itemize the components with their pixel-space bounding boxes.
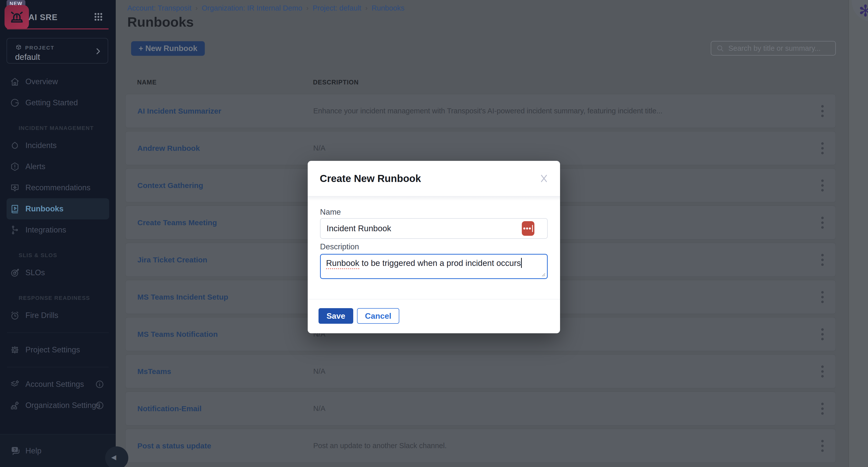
row-kebab-icon[interactable] <box>816 392 829 425</box>
alarm-clock-icon <box>9 310 20 321</box>
runbook-description: N/A <box>313 355 325 388</box>
chevron-right-icon <box>94 47 102 56</box>
sidebar-item-label: Runbooks <box>25 204 64 213</box>
breadcrumb-link-organization-ir-internal-demo[interactable]: Organization: IR Internal Demo <box>202 4 302 12</box>
breadcrumb-separator: › <box>365 4 368 12</box>
row-kebab-icon[interactable] <box>816 355 829 388</box>
breadcrumb-link-runbooks[interactable]: Runbooks <box>372 4 405 12</box>
sidebar-section-response-readiness: RESPONSE READINESS <box>0 283 116 305</box>
table-header: NAME DESCRIPTION <box>116 79 868 87</box>
search-icon <box>716 44 724 53</box>
runbook-description: Enhance your incident management with Tr… <box>313 94 662 128</box>
sidebar-item-label: SLOs <box>25 268 45 277</box>
info-icon[interactable] <box>95 400 105 410</box>
resize-handle-icon[interactable] <box>540 271 546 277</box>
progress-icon <box>9 98 20 108</box>
create-runbook-modal: Create New Runbook Name Description Runb… <box>308 161 560 333</box>
runbook-name-link[interactable]: Andrew Runbook <box>137 131 200 165</box>
scrollbar-gutter[interactable] <box>849 0 868 467</box>
description-textarea[interactable]: Runbook to be triggered when a prod inci… <box>320 254 548 279</box>
sidebar-item-account-settings[interactable]: Account Settings <box>0 374 116 395</box>
app-title: AI SRE <box>28 12 58 22</box>
row-kebab-icon[interactable] <box>816 280 829 314</box>
sidebar-item-label: Recommendations <box>25 183 90 192</box>
runbook-name-link[interactable]: MsTeams <box>137 355 171 388</box>
breadcrumb-link-project-default[interactable]: Project: default <box>312 4 361 12</box>
help-chat-icon: ? <box>10 445 21 457</box>
row-kebab-icon[interactable] <box>816 169 829 202</box>
runbook-name-link[interactable]: MS Teams Incident Setup <box>137 280 228 314</box>
modal-title: Create New Runbook <box>320 161 421 196</box>
sidebar-item-label: Organization Settings <box>25 401 100 410</box>
sidebar-item-project-settings[interactable]: Project Settings <box>0 339 116 360</box>
sidebar-item-label: Overview <box>25 77 58 86</box>
table-row-ai-incident-summarizer: AI Incident SummarizerEnhance your incid… <box>125 94 836 128</box>
sidebar-item-incidents[interactable]: Incidents <box>0 135 116 156</box>
page-title: Runbooks <box>127 14 194 30</box>
new-runbook-button[interactable]: + New Runbook <box>131 41 205 56</box>
table-row-andrew-runbook: Andrew RunbookN/A <box>125 131 836 165</box>
cancel-button[interactable]: Cancel <box>357 308 399 324</box>
breadcrumb-link-account-transposit[interactable]: Account: Transposit <box>127 4 191 12</box>
sidebar-section-slis-slos: SLIS & SLOS <box>0 240 116 262</box>
sidebar: NEW AI SRE PROJECT default <box>0 0 116 467</box>
save-button[interactable]: Save <box>318 308 353 324</box>
info-icon[interactable] <box>95 379 105 389</box>
sidebar-item-overview[interactable]: Overview <box>0 71 116 92</box>
sidebar-section-incident-management: INCIDENT MANAGEMENT <box>0 113 116 135</box>
apps-grid-icon[interactable] <box>93 11 104 23</box>
row-kebab-icon[interactable] <box>816 243 829 276</box>
integration-icon <box>9 225 20 235</box>
runbook-name-link[interactable]: Jira Ticket Creation <box>137 243 207 276</box>
sidebar-item-integrations[interactable]: Integrations <box>0 220 116 240</box>
sidebar-item-label: Getting Started <box>25 98 78 107</box>
modal-header: Create New Runbook <box>308 161 560 196</box>
sidebar-item-organization-settings[interactable]: Organization Settings <box>0 395 116 416</box>
runbook-name-link[interactable]: Notification-Email <box>137 392 202 425</box>
sidebar-item-fire-drills[interactable]: Fire Drills <box>0 305 116 326</box>
flame-icon <box>9 140 20 151</box>
misspelled-word: Runbook <box>326 258 359 269</box>
home-icon <box>9 76 20 87</box>
sidebar-item-label: Integrations <box>25 226 66 234</box>
search-input[interactable] <box>728 44 835 53</box>
row-kebab-icon[interactable] <box>816 94 829 128</box>
flower-icon: ✻ <box>859 1 868 20</box>
sidebar-divider <box>7 367 109 367</box>
sidebar-item-recommendations[interactable]: Recommendations <box>0 177 116 198</box>
close-icon[interactable] <box>538 173 550 184</box>
modal-header-divider <box>308 196 560 201</box>
description-text: Runbook to be triggered when a prod inci… <box>326 258 522 269</box>
row-kebab-icon[interactable] <box>816 206 829 239</box>
runbook-name-link[interactable]: Context Gathering <box>137 169 203 202</box>
project-name: default <box>15 52 40 62</box>
sidebar-item-help[interactable]: ? Help <box>0 434 116 467</box>
sidebar-item-slos[interactable]: SLOs <box>0 262 116 283</box>
sidebar-item-alerts[interactable]: Alerts <box>0 156 116 177</box>
runbook-name-link[interactable]: Create Teams Meeting <box>137 206 217 239</box>
runbook-description: N/A <box>313 131 325 165</box>
runbook-name-link[interactable]: MS Teams Notification <box>137 318 218 351</box>
siren-icon <box>8 8 25 26</box>
target-icon <box>9 267 20 278</box>
row-kebab-icon[interactable] <box>816 429 829 463</box>
description-label: Description <box>320 242 359 252</box>
gear-icon <box>9 344 20 355</box>
runbook-description: N/A <box>313 392 325 425</box>
alert-hexagon-icon <box>9 161 20 172</box>
runbook-name-link[interactable]: AI Incident Summarizer <box>137 94 221 128</box>
name-input[interactable] <box>320 218 548 239</box>
sidebar-footer: ? Help <box>0 434 116 467</box>
table-row-msteams: MsTeamsN/A <box>125 355 836 388</box>
sidebar-item-runbooks[interactable]: Runbooks <box>6 198 109 220</box>
breadcrumb: Account: Transposit›Organization: IR Int… <box>127 4 404 12</box>
search-box <box>711 41 836 56</box>
project-selector[interactable]: PROJECT default <box>6 38 108 64</box>
sidebar-nav: OverviewGetting StartedINCIDENT MANAGEME… <box>0 64 116 416</box>
row-kebab-icon[interactable] <box>816 318 829 351</box>
row-kebab-icon[interactable] <box>816 131 829 165</box>
runbook-name-link[interactable]: Post a status update <box>137 429 211 463</box>
sidebar-collapse-handle[interactable]: ◀ <box>105 446 128 467</box>
password-manager-icon[interactable] <box>522 221 534 236</box>
sidebar-item-getting-started[interactable]: Getting Started <box>0 92 116 113</box>
